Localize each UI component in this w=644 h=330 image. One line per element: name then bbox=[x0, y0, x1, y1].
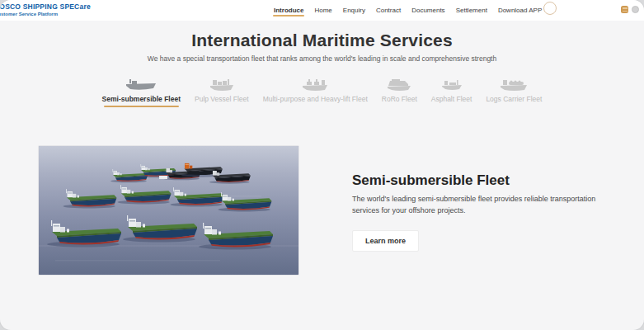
brand-tagline: Customer Service Platform bbox=[0, 12, 91, 16]
main-nav: Introduce Home Enquiry Contract Document… bbox=[273, 0, 543, 21]
tab-label: RoRo Fleet bbox=[382, 95, 417, 103]
fleet-detail-section: Semi-submersible Fleet The world's leadi… bbox=[0, 146, 644, 275]
heavy-lift-ship-icon bbox=[263, 78, 368, 92]
nav-item-enquiry[interactable]: Enquiry bbox=[342, 2, 366, 19]
page-title: International Maritime Services bbox=[0, 31, 644, 50]
nav-item-documents[interactable]: Documents bbox=[411, 2, 445, 19]
nav-item-home[interactable]: Home bbox=[313, 2, 332, 19]
fleet-detail-description: The world's leading semi-submersible fle… bbox=[352, 194, 609, 217]
brand-logo[interactable]: COSCO SHIPPING SPECare Customer Service … bbox=[0, 2, 91, 16]
app-window: COSCO SHIPPING SPECare Customer Service … bbox=[0, 0, 644, 330]
tab-label: Pulp Vessel Fleet bbox=[195, 95, 249, 103]
tab-logs-carrier-fleet[interactable]: Logs Carrier Fleet bbox=[486, 78, 542, 107]
top-navigation-bar: COSCO SHIPPING SPECare Customer Service … bbox=[0, 0, 644, 21]
tab-semi-submersible-fleet[interactable]: Semi-submersible Fleet bbox=[102, 78, 181, 107]
page-subtitle: We have a special transportation fleet t… bbox=[0, 54, 644, 63]
hero-section: International Maritime Services We have … bbox=[0, 31, 644, 63]
tab-pulp-vessel-fleet[interactable]: Pulp Vessel Fleet bbox=[195, 78, 249, 107]
nav-item-contract[interactable]: Contract bbox=[375, 2, 402, 19]
roro-ship-icon bbox=[382, 78, 417, 92]
brand-name: COSCO SHIPPING SPECare bbox=[0, 2, 91, 11]
tab-roro-fleet[interactable]: RoRo Fleet bbox=[382, 78, 417, 107]
semi-submersible-ship-icon bbox=[102, 78, 181, 92]
user-avatar-icon[interactable] bbox=[543, 2, 557, 15]
stack-menu-icon[interactable] bbox=[621, 6, 628, 13]
nav-item-settlement[interactable]: Settlement bbox=[455, 2, 488, 19]
tab-label: Logs Carrier Fleet bbox=[486, 95, 542, 103]
nav-item-introduce[interactable]: Introduce bbox=[273, 2, 304, 19]
fleet-image bbox=[39, 146, 298, 275]
tab-label: Semi-submersible Fleet bbox=[102, 95, 181, 103]
logs-carrier-ship-icon bbox=[486, 78, 542, 92]
learn-more-button[interactable]: Learn more bbox=[352, 230, 419, 252]
asphalt-ship-icon bbox=[431, 78, 472, 92]
tab-multi-purpose-heavy-lift-fleet[interactable]: Multi-purpose and Heavy-lift Fleet bbox=[263, 78, 368, 107]
tab-label: Multi-purpose and Heavy-lift Fleet bbox=[263, 95, 368, 103]
window-corner-controls bbox=[621, 6, 639, 13]
tab-label: Asphalt Fleet bbox=[431, 95, 472, 103]
fleet-detail-text: Semi-submersible Fleet The world's leadi… bbox=[352, 146, 609, 275]
fleet-tab-bar: Semi-submersible Fleet Pulp Vessel Fleet bbox=[0, 78, 644, 107]
status-dot-icon[interactable] bbox=[632, 6, 639, 13]
fleet-detail-title: Semi-submersible Fleet bbox=[352, 172, 609, 189]
pulp-vessel-ship-icon bbox=[195, 78, 249, 92]
tab-asphalt-fleet[interactable]: Asphalt Fleet bbox=[431, 78, 472, 107]
nav-item-download-app[interactable]: Download APP bbox=[497, 2, 543, 19]
